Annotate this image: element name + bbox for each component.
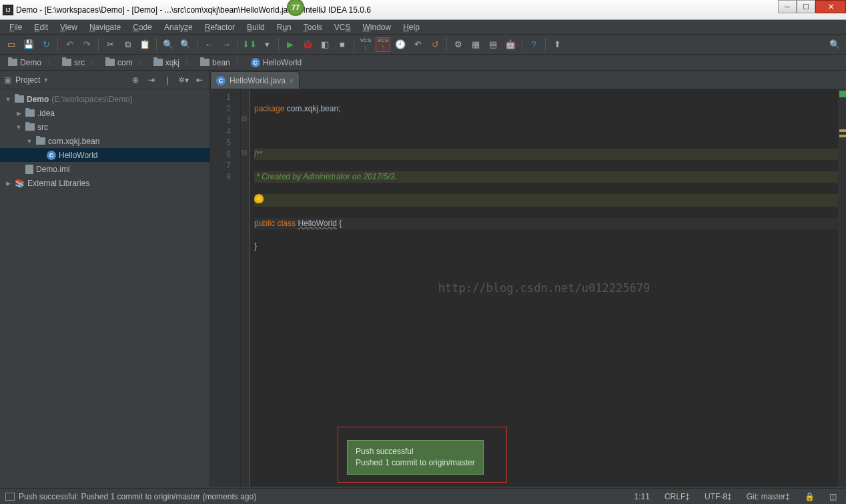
window-controls: ─ ☐ ✕ (778, 0, 846, 13)
status-message: Push successful: Pushed 1 commit to orig… (19, 492, 256, 501)
copy-icon[interactable]: ⧉ (120, 37, 135, 52)
tree-label: External Libraries (27, 179, 89, 188)
lock-icon[interactable]: 🔒 (801, 492, 819, 501)
stop-icon[interactable]: ■ (335, 37, 350, 52)
find-icon[interactable]: 🔍 (161, 37, 175, 52)
settings-icon[interactable]: ⚙ (451, 37, 466, 52)
menu-vcs[interactable]: VCS (329, 21, 356, 33)
editor-tab[interactable]: C HelloWorld.java × (210, 71, 300, 89)
notification-body: Pushed 1 commit to origin/master (356, 457, 475, 469)
menu-edit[interactable]: Edit (29, 21, 53, 33)
breadcrumb-item[interactable]: xqkj (149, 57, 196, 67)
tree-twisty-icon[interactable]: ▼ (4, 96, 12, 103)
breadcrumb-item[interactable]: CHelloWorld (247, 58, 311, 67)
tree-twisty-icon[interactable]: ▼ (15, 124, 23, 131)
breadcrumb-item[interactable]: Demo (4, 57, 58, 67)
line-separator[interactable]: CRLF‡ (661, 492, 694, 501)
scroll-from-source-icon[interactable]: ⊕ (129, 74, 141, 86)
help-icon[interactable]: ? (526, 37, 541, 52)
breadcrumb-item[interactable]: bean (196, 57, 247, 67)
tree-item[interactable]: ▶.idea (0, 106, 209, 120)
folder-icon (62, 59, 71, 66)
cursor-position[interactable]: 1:11 (630, 492, 654, 501)
tree-label: src (37, 123, 48, 132)
cut-icon[interactable]: ✂ (103, 37, 117, 52)
menu-file[interactable]: File (4, 21, 27, 33)
tree-item[interactable]: ▼Demo (E:\workspaces\Demo) (0, 92, 209, 106)
inspector-icon[interactable]: ◫ (825, 492, 841, 501)
tree-twisty-icon[interactable]: ▼ (25, 138, 33, 145)
undo-icon[interactable]: ↶ (62, 37, 77, 52)
tree-item[interactable]: ▼com.xqkj.bean (0, 134, 209, 148)
line-gutter[interactable]: 12345678 (210, 89, 241, 487)
vcs-commit-icon[interactable]: VCS↑ (376, 37, 390, 52)
back-icon[interactable]: ← (201, 37, 216, 52)
status-icon[interactable] (5, 493, 15, 501)
intention-bulb-icon[interactable] (254, 194, 264, 203)
git-branch[interactable]: Git: master‡ (743, 492, 794, 501)
tree-twisty-icon[interactable]: ▶ (4, 180, 12, 187)
replace-icon[interactable]: 🔍 (178, 37, 193, 52)
run-config-dropdown[interactable]: ▾ (260, 37, 274, 52)
menu-refactor[interactable]: Refactor (199, 21, 240, 33)
window-title: Demo - [E:\workspaces\Demo] - [Demo] - .… (16, 5, 371, 15)
close-tab-icon[interactable]: × (290, 77, 294, 85)
search-everywhere-icon[interactable]: 🔍 (827, 37, 842, 52)
collapse-all-icon[interactable]: ⇥ (145, 74, 157, 86)
settings-gear-icon[interactable]: ✲▾ (177, 74, 189, 86)
menu-tools[interactable]: Tools (298, 21, 328, 33)
coverage-icon[interactable]: ◧ (318, 37, 332, 52)
sidebar-header: ▣ Project ▼ ⊕ ⇥ | ✲▾ ⇤ (0, 71, 209, 89)
project-tree[interactable]: ▼Demo (E:\workspaces\Demo)▶.idea▼src▼com… (0, 89, 209, 487)
tree-twisty-icon[interactable]: ▶ (15, 110, 23, 117)
menu-window[interactable]: Window (357, 21, 396, 33)
menu-run[interactable]: Run (272, 21, 297, 33)
code-editor[interactable]: package com.xqkj.bean; /** * Created by … (250, 89, 838, 487)
android-icon[interactable]: 🤖 (503, 37, 518, 52)
separator (522, 38, 522, 51)
menu-view[interactable]: View (55, 21, 83, 33)
deploy-icon[interactable]: ⬆ (550, 37, 564, 52)
redo-icon[interactable]: ↷ (79, 37, 94, 52)
forward-icon[interactable]: → (219, 37, 234, 52)
sync-icon[interactable]: ↻ (39, 37, 53, 52)
push-notification[interactable]: Push successful Pushed 1 commit to origi… (347, 440, 484, 475)
save-icon[interactable]: 💾 (21, 37, 36, 52)
menu-analyze[interactable]: Analyze (159, 21, 198, 33)
tree-item[interactable]: CHelloWorld (0, 148, 209, 162)
hide-icon[interactable]: ⇤ (193, 74, 205, 86)
maximize-button[interactable]: ☐ (797, 0, 815, 13)
tree-item[interactable]: ▼src (0, 120, 209, 134)
make-icon[interactable]: ⬇⬇ (242, 37, 257, 52)
vcs-update-icon[interactable]: VCS↓ (358, 37, 373, 52)
run-icon[interactable]: ▶ (283, 37, 298, 52)
close-button[interactable]: ✕ (815, 0, 846, 13)
minimize-button[interactable]: ─ (778, 0, 797, 13)
tree-item[interactable]: ▶📚External Libraries (0, 176, 209, 190)
breadcrumb-item[interactable]: com (101, 57, 149, 67)
menu-build[interactable]: Build (242, 21, 270, 33)
breadcrumb-label: HelloWorld (263, 58, 302, 67)
breadcrumb-item[interactable]: src (58, 57, 101, 67)
menu-help[interactable]: Help (398, 21, 425, 33)
revert-icon[interactable]: ↶ (410, 37, 425, 52)
project-tool-icon: ▣ (4, 75, 11, 85)
file-encoding[interactable]: UTF-8‡ (701, 492, 736, 501)
project-structure-icon[interactable]: ▦ (468, 37, 483, 52)
sidebar-title[interactable]: Project ▼ (15, 75, 125, 85)
paste-icon[interactable]: 📋 (137, 37, 152, 52)
folder-icon (8, 59, 17, 66)
fold-column[interactable]: ⊟ ⊟ (241, 89, 250, 487)
menu-navigate[interactable]: Navigate (84, 21, 126, 33)
folder-icon (153, 59, 163, 66)
sdk-icon[interactable]: ▤ (486, 37, 500, 52)
history-icon[interactable]: 🕘 (393, 37, 408, 52)
tree-item[interactable]: Demo.iml (0, 162, 209, 176)
undo-commit-icon[interactable]: ↺ (428, 37, 442, 52)
menu-code[interactable]: Code (127, 21, 157, 33)
tree-label: com.xqkj.bean (48, 137, 99, 146)
debug-icon[interactable]: 🐞 (300, 37, 315, 52)
folder-icon (105, 59, 115, 66)
error-stripe[interactable] (838, 89, 846, 487)
open-icon[interactable]: ▭ (4, 37, 19, 52)
